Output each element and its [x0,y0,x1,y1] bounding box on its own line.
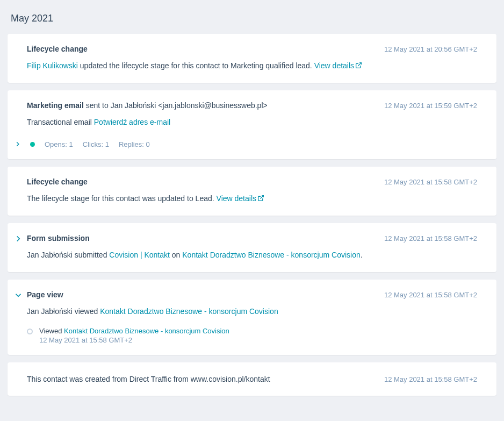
activity-card-lifecycle-lead: Lifecycle change 12 May 2021 at 15:58 GM… [8,167,496,216]
card-timestamp: 12 May 2021 at 15:58 GMT+2 [384,178,477,186]
card-timestamp: 12 May 2021 at 15:58 GMT+2 [384,234,477,242]
body-suffix: . [361,251,363,259]
activity-card-form-submission: Form submission 12 May 2021 at 15:58 GMT… [8,223,496,272]
body-mid: on [170,251,182,259]
page-link[interactable]: Kontakt Doradztwo Biznesowe - konsorcjum… [100,307,278,316]
body-text: The lifecycle stage for this contact was… [27,194,217,203]
viewed-label: Viewed [39,327,64,335]
card-timestamp: 12 May 2021 at 15:58 GMT+2 [384,291,477,299]
month-heading: May 2021 [11,13,496,24]
card-body: Jan Jabłoński viewed Kontakt Doradztwo B… [27,305,477,317]
body-prefix: Transactional email [27,118,94,126]
page-link[interactable]: Kontakt Doradztwo Biznesowe - konsorcjum… [182,251,360,259]
card-body: Transactional email Potwierdź adres e-ma… [27,116,477,128]
collapse-chevron-icon[interactable] [15,291,21,300]
page-view-detail: Viewed Kontakt Doradztwo Biznesowe - kon… [27,327,477,344]
title-bold: Marketing email [27,101,84,110]
card-timestamp: 12 May 2021 at 20:56 GMT+2 [384,45,477,53]
card-body: This contact was created from Direct Tra… [27,373,270,385]
detail-page-link[interactable]: Kontakt Doradztwo Biznesowe - konsorcjum… [64,327,229,335]
replies-stat: Replies: 0 [119,140,150,148]
body-text: updated the lifecycle stage for this con… [78,61,314,70]
body-prefix: Jan Jabłoński viewed [27,307,100,316]
clicks-stat: Clicks: 1 [83,140,109,148]
card-timestamp: 12 May 2021 at 15:58 GMT+2 [384,375,477,383]
card-title: Lifecycle change [27,177,88,186]
expand-chevron-icon[interactable] [15,235,21,244]
form-link[interactable]: Covision | Kontakt [109,251,170,259]
card-body: Filip Kulikowski updated the lifecycle s… [27,60,477,72]
view-details-link[interactable]: View details [217,194,264,203]
activity-card-marketing-email: Marketing email sent to Jan Jabłoński <j… [8,90,496,159]
detail-timestamp: 12 May 2021 at 15:58 GMT+2 [39,336,229,344]
email-stats-row: Opens: 1 Clicks: 1 Replies: 0 [15,140,477,148]
status-dot-icon [30,142,35,147]
card-title: Form submission [27,234,90,242]
activity-card-contact-created: This contact was created from Direct Tra… [8,362,496,396]
timeline-bullet-icon [27,329,33,334]
view-details-link[interactable]: View details [314,61,362,70]
external-link-icon [257,193,264,205]
activity-card-lifecycle-mql: Lifecycle change 12 May 2021 at 20:56 GM… [8,34,496,83]
body-prefix: Jan Jabłoński submitted [27,251,109,259]
expand-chevron-icon[interactable] [15,141,20,147]
activity-card-page-view: Page view 12 May 2021 at 15:58 GMT+2 Jan… [8,280,496,355]
card-body: The lifecycle stage for this contact was… [27,192,477,205]
opens-stat: Opens: 1 [45,140,73,148]
card-title: Lifecycle change [27,45,88,53]
actor-link[interactable]: Filip Kulikowski [27,61,78,70]
title-rest: sent to Jan Jabłoński <jan.jablonski@bus… [84,101,268,110]
card-timestamp: 12 May 2021 at 15:59 GMT+2 [384,102,477,110]
email-subject-link[interactable]: Potwierdź adres e-mail [94,118,170,126]
card-title: Page view [27,290,63,299]
card-title: Marketing email sent to Jan Jabłoński <j… [27,101,268,110]
card-body: Jan Jabłoński submitted Covision | Konta… [27,249,477,261]
external-link-icon [355,60,362,72]
